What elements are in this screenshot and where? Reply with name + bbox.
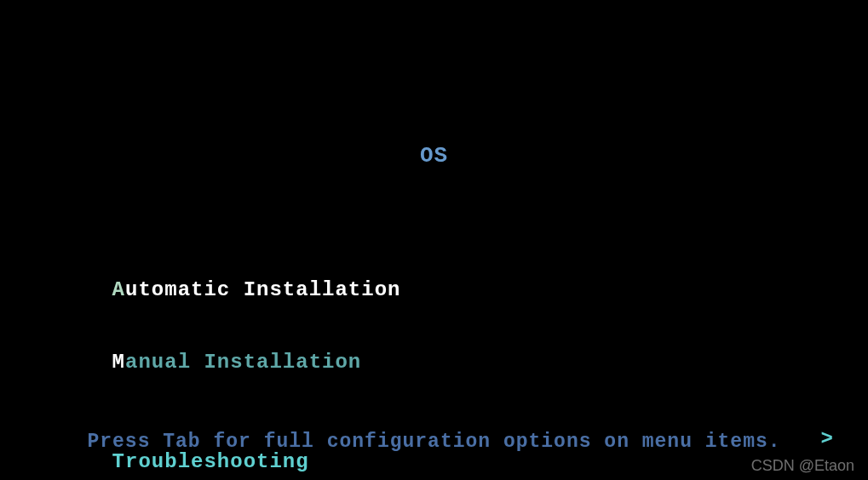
menu-item-label: roubleshooting — [125, 450, 309, 473]
watermark: CSDN @Etaon — [751, 457, 854, 475]
menu-hotkey: M — [112, 351, 125, 374]
menu-item-manual-installation[interactable]: Manual Installation — [60, 328, 842, 397]
menu-item-automatic-installation[interactable]: Automatic Installation — [60, 255, 842, 324]
boot-title: OS — [0, 143, 868, 169]
menu-hotkey: A — [112, 278, 125, 301]
hint-text: Press Tab for full configuration options… — [0, 431, 868, 453]
menu-hotkey: T — [112, 450, 125, 473]
menu-item-label: utomatic Installation — [125, 278, 400, 301]
menu-separator — [60, 400, 842, 424]
menu-item-label: anual Installation — [125, 351, 361, 374]
